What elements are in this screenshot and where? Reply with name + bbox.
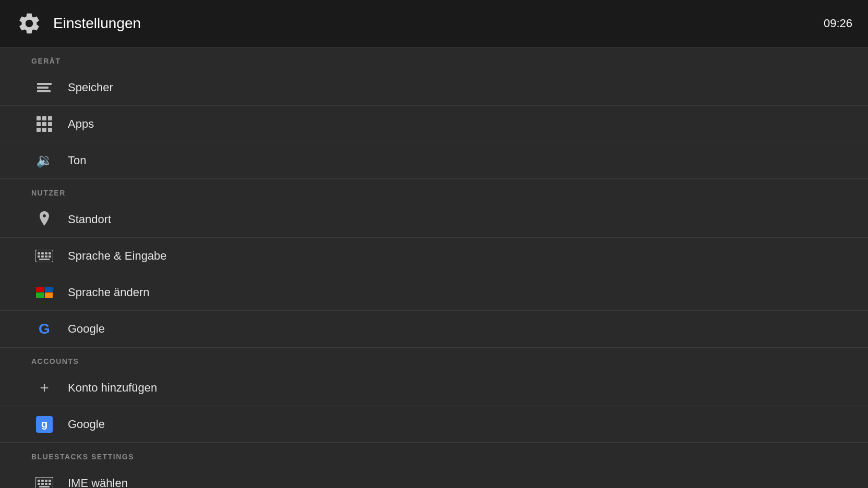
location-icon <box>31 206 57 233</box>
section-accounts: ACCOUNTS <box>0 347 868 370</box>
menu-item-sprache-eingabe[interactable]: Sprache & Eingabe <box>0 238 868 274</box>
menu-item-speicher[interactable]: Speicher <box>0 69 868 106</box>
svg-rect-9 <box>39 259 50 260</box>
svg-rect-8 <box>49 255 51 258</box>
plus-icon: + <box>31 375 57 401</box>
svg-rect-4 <box>49 252 51 254</box>
speicher-label: Speicher <box>68 81 113 94</box>
page-title: Einstellungen <box>53 15 141 32</box>
svg-rect-16 <box>41 483 44 485</box>
svg-rect-1 <box>38 252 40 254</box>
google-account-label: Google <box>68 418 105 431</box>
sound-icon: 🔉 <box>31 148 57 174</box>
flag-icon <box>31 279 57 306</box>
svg-rect-11 <box>38 480 40 482</box>
konto-hinzufuegen-label: Konto hinzufügen <box>68 381 157 395</box>
sprache-eingabe-label: Sprache & Eingabe <box>68 249 167 263</box>
top-bar: Einstellungen 09:26 <box>0 0 868 47</box>
apps-icon <box>31 111 57 137</box>
apps-label: Apps <box>68 117 94 131</box>
menu-item-sprache-aendern[interactable]: Sprache ändern <box>0 274 868 311</box>
svg-rect-18 <box>49 483 51 485</box>
svg-rect-14 <box>49 480 51 482</box>
menu-item-ton[interactable]: 🔉 Ton <box>0 142 868 179</box>
gear-icon <box>16 10 43 37</box>
google-icon: G <box>31 316 57 342</box>
svg-rect-17 <box>45 483 47 485</box>
menu-item-google[interactable]: G Google <box>0 311 868 347</box>
section-nutzer: NUTZER <box>0 179 868 201</box>
storage-icon <box>31 75 57 101</box>
sprache-aendern-label: Sprache ändern <box>68 286 150 299</box>
svg-rect-19 <box>39 486 50 487</box>
clock: 09:26 <box>824 17 852 30</box>
menu-item-ime-waehlen[interactable]: IME wählen <box>0 465 868 488</box>
svg-rect-5 <box>38 255 40 258</box>
svg-rect-12 <box>41 480 44 482</box>
keyboard-icon <box>31 243 57 269</box>
ton-label: Ton <box>68 154 86 167</box>
menu-item-apps[interactable]: Apps <box>0 106 868 142</box>
settings-content: GERÄT Speicher Apps 🔉 Ton NUTZER <box>0 47 868 488</box>
section-bluestacks: BLUESTACKS SETTINGS <box>0 443 868 465</box>
svg-rect-15 <box>38 483 40 485</box>
menu-item-konto-hinzufuegen[interactable]: + Konto hinzufügen <box>0 370 868 406</box>
google-account-icon: g <box>31 411 57 437</box>
svg-rect-3 <box>45 252 47 254</box>
section-geraet: GERÄT <box>0 47 868 69</box>
menu-item-google-account[interactable]: g Google <box>0 406 868 443</box>
svg-rect-13 <box>45 480 47 482</box>
svg-rect-2 <box>41 252 44 254</box>
ime-waehlen-label: IME wählen <box>68 477 128 489</box>
google-label: Google <box>68 322 105 336</box>
standort-label: Standort <box>68 213 111 226</box>
ime-icon <box>31 470 57 489</box>
svg-rect-6 <box>41 255 44 258</box>
menu-item-standort[interactable]: Standort <box>0 201 868 238</box>
svg-rect-7 <box>45 255 47 258</box>
